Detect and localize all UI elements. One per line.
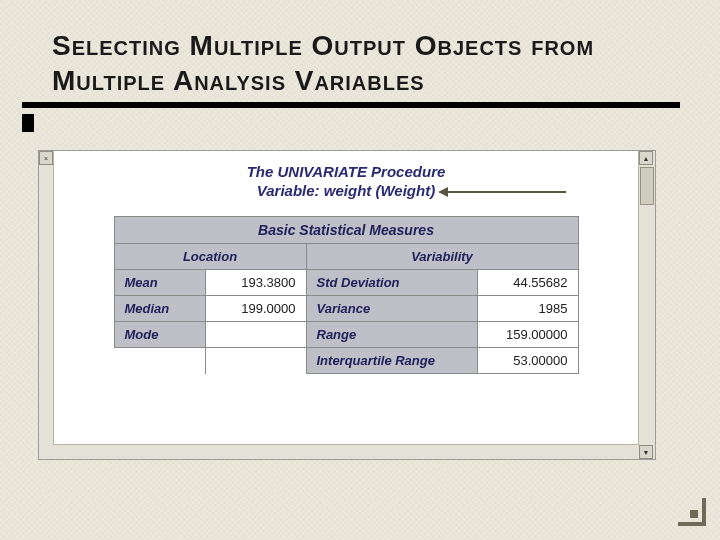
location-header: Location [114,244,306,270]
table-title-cell: Basic Statistical Measures [114,217,578,244]
mode-label: Mode [114,322,205,348]
variability-header: Variability [306,244,578,270]
procedure-title: The UNIVARIATE Procedure [73,163,619,180]
left-scroll-strip[interactable]: × [39,151,54,459]
table-row: Mode Range 159.00000 [114,322,578,348]
slide: Selecting Multiple Output Objects from M… [0,0,720,540]
vertical-scrollbar[interactable]: ▲ ▼ [638,151,655,459]
table-row: Location Variability [114,244,578,270]
slide-title: Selecting Multiple Output Objects from M… [52,28,680,98]
iqr-label: Interquartile Range [306,348,477,374]
mode-value [205,322,306,348]
corner-decoration-icon [678,498,706,526]
table-row: Interquartile Range 53.00000 [114,348,578,374]
stats-table: Basic Statistical Measures Location Vari… [114,216,579,374]
mean-value: 193.3800 [205,270,306,296]
median-label: Median [114,296,205,322]
title-rule [22,102,680,132]
variance-value: 1985 [477,296,578,322]
output-area: The UNIVARIATE Procedure Variable: weigh… [53,151,639,445]
output-window: × ▲ ▼ The UNIVARIATE Procedure Variable:… [38,150,656,460]
mean-label: Mean [114,270,205,296]
median-value: 199.0000 [205,296,306,322]
scroll-button[interactable]: × [39,151,53,165]
std-label: Std Deviation [306,270,477,296]
variable-line-wrap: Variable: weight (Weight) [73,182,619,200]
empty-cell [114,348,205,374]
table-row: Median 199.0000 Variance 1985 [114,296,578,322]
scroll-thumb[interactable] [640,167,654,205]
range-label: Range [306,322,477,348]
pointer-arrow-icon [446,191,566,193]
horizontal-scrollbar[interactable] [53,444,639,459]
scroll-up-button[interactable]: ▲ [639,151,653,165]
variable-line: Variable: weight (Weight) [257,182,435,199]
range-value: 159.00000 [477,322,578,348]
iqr-value: 53.00000 [477,348,578,374]
table-row: Basic Statistical Measures [114,217,578,244]
std-value: 44.55682 [477,270,578,296]
variance-label: Variance [306,296,477,322]
table-row: Mean 193.3800 Std Deviation 44.55682 [114,270,578,296]
empty-cell [205,348,306,374]
scroll-down-button[interactable]: ▼ [639,445,653,459]
